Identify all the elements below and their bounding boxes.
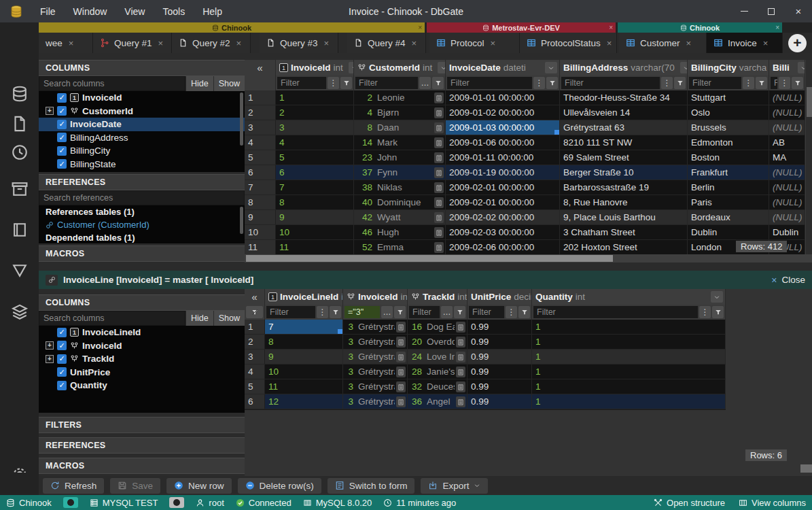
billingcity-cell[interactable]: Frankfurt <box>688 165 769 180</box>
billingaddress-cell[interactable]: Grétrystraat 63 <box>560 120 688 135</box>
unitprice-cell[interactable]: 0.99 <box>467 320 532 334</box>
collapse-columns-button[interactable]: « <box>245 289 265 305</box>
refresh-button[interactable]: Refresh <box>43 478 104 494</box>
status-open-structure[interactable]: Open structure <box>654 498 725 508</box>
column-checkbox[interactable]: ✓ <box>57 106 67 116</box>
billingstate-cell[interactable]: (NULL) <box>769 180 805 194</box>
filter-menu-button[interactable]: ⋮ <box>779 77 790 89</box>
column-menu-chevron[interactable] <box>438 62 446 73</box>
filter-funnel-button[interactable] <box>454 306 465 318</box>
column-checkbox[interactable]: ✓ <box>57 354 67 364</box>
invoicelineid-cell[interactable]: 9 <box>265 350 343 364</box>
open-document-button[interactable] <box>396 381 406 392</box>
tab-customer[interactable]: Customer× <box>619 33 707 53</box>
billingaddress-cell[interactable]: 69 Salem Street <box>560 150 688 165</box>
billingcity-cell[interactable]: Stuttgart <box>688 90 769 105</box>
filter-menu-button[interactable]: ⋮ <box>328 77 339 89</box>
column-header-billingcity[interactable]: BillingCityvarcha <box>688 60 769 75</box>
billingaddress-cell[interactable]: Theodor-Heuss-Straße 34 <box>560 90 688 105</box>
rail-layers-icon[interactable] <box>11 303 29 323</box>
hide-button[interactable]: Hide <box>186 76 213 91</box>
save-button[interactable]: Save <box>110 478 160 494</box>
billingcity-cell[interactable]: Bordeaux <box>688 210 769 224</box>
status-color-swatch[interactable] <box>169 497 184 508</box>
add-tab-button[interactable]: + <box>788 34 807 52</box>
foreign-key-cell[interactable]: 24Love In An E <box>408 350 467 364</box>
rail-file-icon[interactable] <box>11 115 29 135</box>
open-document-button[interactable] <box>434 167 444 178</box>
tab-close-icon[interactable]: × <box>607 38 612 48</box>
invoicedate-cell[interactable]: 2009-01-02 00:00:00 <box>446 105 560 120</box>
invoicedate-cell[interactable]: 2009-01-19 00:00:00 <box>446 165 560 180</box>
filter-input[interactable]: Filter <box>266 306 315 318</box>
row-number[interactable]: 4 <box>245 364 265 379</box>
billingcity-cell[interactable]: Paris <box>688 195 769 209</box>
row-number[interactable]: 2 <box>245 105 276 120</box>
column-header-billingaddress[interactable]: BillingAddressvarchar(70 <box>560 60 688 75</box>
filter-options-button[interactable]: … <box>419 77 431 89</box>
detail-references-section-header[interactable]: REFERENCES <box>39 437 245 454</box>
filter-options-button[interactable]: … <box>381 306 393 318</box>
row-number[interactable]: 5 <box>245 379 265 394</box>
unitprice-cell[interactable]: 0.99 <box>467 350 532 364</box>
invoicedate-cell[interactable]: 2009-02-03 00:00:00 <box>446 225 560 239</box>
restore-button[interactable] <box>758 0 785 22</box>
filter-input[interactable]: Filter <box>409 306 440 318</box>
open-document-button[interactable] <box>434 182 444 193</box>
filter-input[interactable]: Filter <box>689 77 741 89</box>
tab-group-2[interactable]: Metrostav-Evr-DEV× <box>427 22 616 33</box>
foreign-key-cell[interactable]: 36Angel <box>408 394 467 409</box>
open-document-button[interactable] <box>396 352 406 362</box>
new-row-button[interactable]: New row <box>166 478 232 494</box>
filter-input[interactable]: Filter <box>533 306 698 318</box>
reference-link-customer[interactable]: Customer (CustomerId) <box>39 218 245 231</box>
quantity-cell[interactable]: 1 <box>532 335 726 349</box>
open-document-button[interactable] <box>456 322 465 333</box>
tab-group-1[interactable]: Chinook× <box>39 22 425 33</box>
filter-input[interactable]: Filter <box>355 77 418 89</box>
collapse-columns-button[interactable]: « <box>245 60 276 75</box>
filter-options-button[interactable]: … <box>441 306 453 318</box>
tab-close-icon[interactable]: × <box>236 38 242 48</box>
open-document-button[interactable] <box>434 212 444 223</box>
tab-close-icon[interactable]: × <box>491 38 496 48</box>
open-document-button[interactable] <box>456 367 465 377</box>
column-checkbox[interactable]: ✓ <box>57 120 67 129</box>
filter-funnel-button[interactable] <box>394 306 406 318</box>
open-document-button[interactable] <box>456 381 465 392</box>
column-item-billingcity[interactable]: ✓BillingCity <box>39 144 245 158</box>
column-checkbox[interactable]: ✓ <box>57 159 67 169</box>
menu-window[interactable]: Window <box>65 0 116 22</box>
status-11-minutes-ago[interactable]: 11 minutes ago <box>383 498 456 508</box>
show-button[interactable]: Show <box>214 76 245 91</box>
column-menu-chevron[interactable] <box>545 62 557 73</box>
column-checkbox[interactable]: ✓ <box>57 381 67 390</box>
filter-input[interactable]: ="3" <box>345 306 380 318</box>
filter-funnel-button[interactable] <box>432 77 444 89</box>
open-document-button[interactable] <box>396 367 406 377</box>
tab-protocol[interactable]: Protocol× <box>429 33 520 53</box>
invoicelineid-cell[interactable]: 8 <box>265 335 343 349</box>
minimize-button[interactable] <box>730 0 758 22</box>
billingaddress-cell[interactable]: 9, Place Louis Barthou <box>560 210 688 224</box>
list-scrollbar[interactable] <box>240 207 243 234</box>
quantity-cell[interactable]: 1 <box>532 394 726 409</box>
column-item-trackid[interactable]: +✓TrackId <box>39 352 245 366</box>
column-header-unitprice[interactable]: UnitPricedecim <box>467 289 532 305</box>
macros-section-header[interactable]: MACROS <box>39 245 245 262</box>
search-input[interactable]: Search references <box>39 190 245 205</box>
filter-funnel-button[interactable] <box>712 306 724 318</box>
billingstate-cell[interactable]: (NULL) <box>769 120 805 135</box>
expand-icon[interactable]: + <box>46 341 54 350</box>
column-header-invoiceid[interactable]: InvoiceIdint <box>343 289 408 305</box>
invoicelineid-cell[interactable]: 10 <box>265 364 343 379</box>
open-document-button[interactable] <box>434 107 444 118</box>
invoicedate-cell[interactable]: 2009-02-01 00:00:00 <box>446 195 560 209</box>
billingcity-cell[interactable]: Oslo <box>688 105 769 120</box>
filter-menu-button[interactable]: ⋮ <box>506 306 517 318</box>
invoiceid-cell[interactable]: 1 <box>276 90 354 105</box>
billingaddress-cell[interactable]: Barbarossastraße 19 <box>560 180 688 194</box>
foreign-key-cell[interactable]: 3Grétrystraat 63 <box>343 335 408 349</box>
foreign-key-cell[interactable]: 37Fynn <box>354 165 446 180</box>
open-document-button[interactable] <box>396 337 406 347</box>
